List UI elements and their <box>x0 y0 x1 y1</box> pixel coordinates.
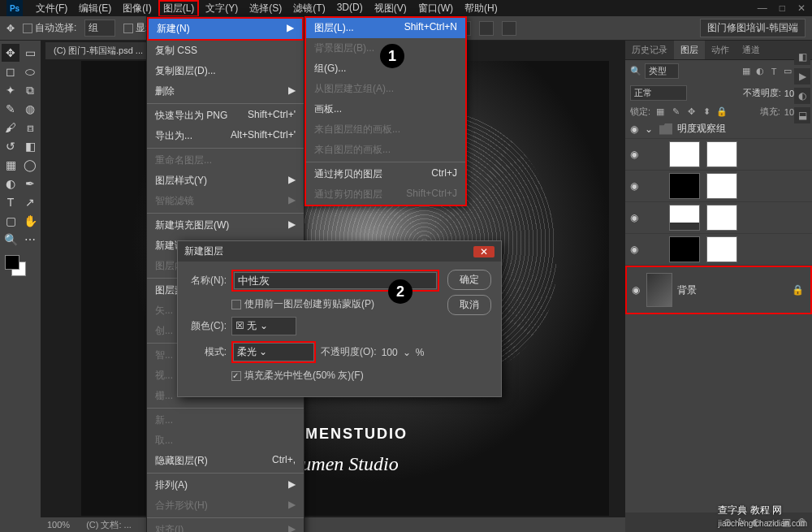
menu-type[interactable]: 文字(Y) <box>201 0 243 17</box>
brush-tool[interactable]: 🖌 <box>2 119 19 136</box>
mask-thumbnail[interactable] <box>706 173 737 199</box>
lock-pixels-icon[interactable]: ▦ <box>654 106 666 118</box>
tab-channels[interactable]: 通道 <box>736 41 767 59</box>
lock-artboard-icon[interactable]: ⬍ <box>701 106 712 118</box>
filter-pixel-icon[interactable]: ▦ <box>741 66 752 77</box>
tab-layers[interactable]: 图层 <box>674 41 705 59</box>
menu-filter[interactable]: 滤镜(T) <box>288 0 330 17</box>
filter-shape-icon[interactable]: ▭ <box>782 66 793 77</box>
blur-tool[interactable]: ◯ <box>21 156 39 174</box>
close-button[interactable]: ✕ <box>797 2 806 14</box>
mask-thumbnail[interactable] <box>706 236 737 262</box>
layer-name[interactable]: 背景 <box>677 283 787 297</box>
menu-item[interactable]: 图层样式(Y)▶ <box>147 171 304 191</box>
visibility-icon[interactable]: ◉ <box>628 123 640 135</box>
menu-layer[interactable]: 图层(L) <box>158 0 200 17</box>
cancel-button[interactable]: 取消 <box>447 295 491 315</box>
mask-thumbnail[interactable] <box>706 205 737 231</box>
mask-thumbnail[interactable] <box>706 141 737 167</box>
3d-mode-button[interactable] <box>479 21 494 36</box>
3d-mode-button[interactable] <box>502 21 516 36</box>
doc-title-field[interactable]: 图门修图培训-韩国端 <box>700 19 806 37</box>
submenu-item[interactable]: 画板... <box>306 99 465 119</box>
menu-item[interactable]: 排列(A)▶ <box>147 475 304 495</box>
menu-window[interactable]: 窗口(W) <box>413 0 458 17</box>
layer-thumbnail[interactable] <box>669 173 700 199</box>
layer-row[interactable]: ◉ <box>625 202 812 234</box>
menu-view[interactable]: 视图(V) <box>369 0 412 17</box>
opacity-dropdown-icon[interactable]: ⌄ <box>403 347 411 358</box>
menu-item[interactable]: 新建(N)▶ <box>147 17 304 41</box>
menu-item[interactable]: 复制图层(D)... <box>147 61 304 81</box>
collapsed-panel-icon[interactable]: ▶ <box>794 68 810 84</box>
menu-item[interactable]: 新建填充图层(W)▶ <box>147 215 304 236</box>
menu-item[interactable]: 快速导出为 PNGShift+Ctrl+' <box>147 106 304 126</box>
type-tool[interactable]: T <box>2 193 19 211</box>
lasso-tool[interactable]: ⬭ <box>21 63 39 80</box>
visibility-icon[interactable]: ◉ <box>628 180 640 192</box>
ok-button[interactable]: 确定 <box>447 270 491 290</box>
opacity-value[interactable]: 100 <box>382 347 398 358</box>
menu-item[interactable]: 复制 CSS <box>147 41 304 61</box>
blend-mode-select[interactable]: 正常 <box>630 85 687 101</box>
layer-group-row[interactable]: ◉ ⌄ 明度观察组 <box>625 119 812 139</box>
chevron-down-icon[interactable]: ⌄ <box>645 123 654 135</box>
edit-toolbar[interactable]: ⋯ <box>21 231 39 249</box>
tab-history[interactable]: 历史记录 <box>625 41 674 59</box>
shape-tool[interactable]: ▢ <box>2 212 19 230</box>
filter-adjust-icon[interactable]: ◐ <box>754 66 766 77</box>
layer-thumbnail[interactable] <box>646 273 672 307</box>
auto-select-type[interactable]: 组 <box>84 19 115 37</box>
path-tool[interactable]: ↗ <box>21 193 39 211</box>
visibility-icon[interactable]: ◉ <box>628 149 640 160</box>
stamp-tool[interactable]: ⧈ <box>21 119 39 136</box>
zoom-level[interactable]: 100% <box>47 520 70 530</box>
color-select[interactable]: ☒ 无 ⌄ <box>231 317 296 335</box>
document-tab[interactable]: (C) 图门-韩国端.psd ... <box>45 42 151 59</box>
background-layer-row[interactable]: ◉ 背景 🔒 <box>625 266 812 314</box>
filter-kind-select[interactable]: 类型 <box>645 63 679 79</box>
layer-thumbnail[interactable] <box>669 141 700 167</box>
eyedropper-tool[interactable]: ✎ <box>2 100 19 118</box>
layer-row[interactable]: ◉ <box>625 234 812 266</box>
menu-file[interactable]: 文件(F) <box>31 0 72 17</box>
collapsed-panel-icon[interactable]: ◧ <box>794 49 810 65</box>
layer-row[interactable]: ◉ <box>625 139 812 171</box>
menu-edit[interactable]: 编辑(E) <box>74 0 116 17</box>
crop-tool[interactable]: ⧉ <box>21 81 39 99</box>
move-tool[interactable]: ✥ <box>2 44 19 62</box>
menu-select[interactable]: 选择(S) <box>244 0 287 17</box>
lock-all-icon[interactable]: 🔒 <box>716 106 728 118</box>
dialog-close-button[interactable]: ✕ <box>473 246 495 257</box>
artboard-tool[interactable]: ▭ <box>21 44 39 62</box>
menu-item[interactable]: 导出为...Alt+Shift+Ctrl+' <box>147 126 304 146</box>
visibility-icon[interactable]: ◉ <box>628 212 640 223</box>
visibility-icon[interactable]: ◉ <box>628 244 640 255</box>
dialog-titlebar[interactable]: 新建图层 ✕ <box>178 241 501 262</box>
auto-select-checkbox[interactable]: 自动选择: <box>23 21 76 35</box>
marquee-tool[interactable]: ◻ <box>2 63 19 80</box>
layer-thumbnail[interactable] <box>669 236 700 262</box>
menu-image[interactable]: 图像(I) <box>118 0 156 17</box>
mode-select[interactable]: 柔光 ⌄ <box>233 343 314 361</box>
collapsed-panel-icon[interactable]: ◐ <box>794 88 810 104</box>
minimize-button[interactable]: — <box>758 2 767 14</box>
foreground-color[interactable] <box>5 255 19 270</box>
filter-type-icon[interactable]: T <box>768 66 780 77</box>
layer-thumbnail[interactable] <box>669 205 700 231</box>
lock-position-icon[interactable]: ✥ <box>685 106 697 118</box>
color-swatches[interactable] <box>2 253 39 278</box>
eraser-tool[interactable]: ◧ <box>21 137 39 155</box>
zoom-tool[interactable]: 🔍 <box>2 231 19 249</box>
layer-row[interactable]: ◉ <box>625 171 812 202</box>
menu-3d[interactable]: 3D(D) <box>332 0 368 17</box>
menu-help[interactable]: 帮助(H) <box>460 0 503 17</box>
layer-name[interactable]: 明度观察组 <box>677 122 809 136</box>
history-brush-tool[interactable]: ↺ <box>2 137 19 155</box>
lock-paint-icon[interactable]: ✎ <box>670 106 681 118</box>
hand-tool[interactable]: ✋ <box>21 212 39 230</box>
fill-neutral-checkbox[interactable]: 填充柔光中性色(50% 灰)(F) <box>231 369 364 383</box>
tab-actions[interactable]: 动作 <box>705 41 736 59</box>
wand-tool[interactable]: ✦ <box>2 81 19 99</box>
dodge-tool[interactable]: ◐ <box>2 175 19 192</box>
